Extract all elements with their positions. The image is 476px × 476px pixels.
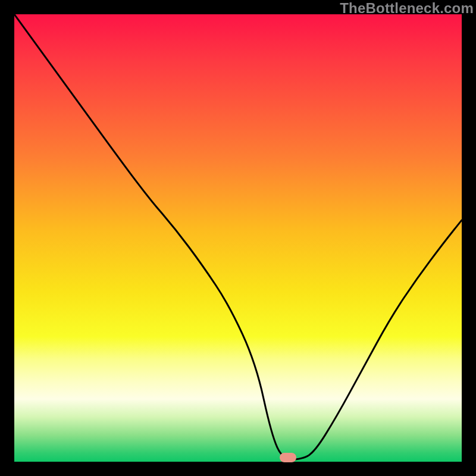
chart-container: [14, 14, 462, 462]
watermark-label: TheBottleneck.com: [340, 0, 474, 17]
bottleneck-marker: [280, 453, 296, 462]
bottleneck-curve: [14, 14, 462, 462]
